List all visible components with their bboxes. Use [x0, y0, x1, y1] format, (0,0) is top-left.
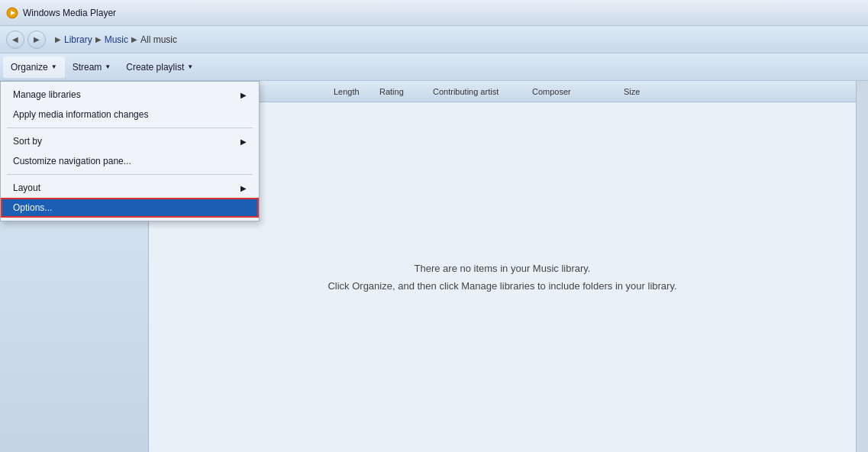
col-header-contributing-artist[interactable]: Contributing artist [427, 87, 526, 96]
col-header-length[interactable]: Length [328, 87, 373, 96]
scrollbar[interactable] [856, 81, 868, 452]
col-header-size[interactable]: Size [618, 87, 671, 96]
stream-label: Stream [73, 62, 102, 73]
toolbar: Organize ▼ Stream ▼ Create playlist ▼ Ma… [0, 53, 868, 81]
customize-nav-label: Customize navigation pane... [13, 156, 131, 166]
app-icon [6, 7, 18, 19]
breadcrumb-library[interactable]: Library [64, 34, 92, 45]
apply-media-label: Apply media information changes [13, 109, 148, 120]
breadcrumb-all-music: All music [140, 34, 177, 45]
breadcrumb-music[interactable]: Music [105, 34, 128, 45]
title-bar: Windows Media Player [0, 0, 868, 26]
layout-arrow: ▶ [240, 184, 247, 192]
menu-item-apply-media[interactable]: Apply media information changes [1, 105, 259, 124]
create-playlist-label: Create playlist [126, 62, 184, 73]
breadcrumb: ▶ Library ▶ Music ▶ All music [52, 34, 177, 45]
col-header-composer[interactable]: Composer [526, 87, 618, 96]
window-title: Windows Media Player [23, 8, 116, 18]
empty-state-line1: There are no items in your Music library… [415, 260, 591, 277]
empty-state-line2: Click Organize, and then click Manage li… [328, 277, 676, 295]
breadcrumb-arrow-2: ▶ [131, 35, 137, 44]
organize-caret: ▼ [51, 63, 57, 70]
sort-by-arrow: ▶ [240, 137, 247, 146]
organize-label: Organize [11, 62, 48, 73]
create-playlist-button[interactable]: Create playlist ▼ [118, 56, 201, 78]
menu-item-customize-nav[interactable]: Customize navigation pane... [1, 151, 259, 171]
menu-item-options[interactable]: Options... [1, 198, 259, 218]
manage-libraries-arrow: ▶ [240, 91, 247, 99]
menu-item-layout[interactable]: Layout ▶ [1, 178, 259, 198]
organize-dropdown-menu: Manage libraries ▶ Apply media informati… [0, 81, 260, 221]
stream-button[interactable]: Stream ▼ [65, 56, 119, 78]
menu-item-sort-by[interactable]: Sort by ▶ [1, 131, 259, 151]
menu-separator-2 [7, 174, 253, 175]
back-button[interactable]: ◀ [6, 31, 24, 49]
sort-by-label: Sort by [13, 136, 42, 147]
col-header-rating[interactable]: Rating [373, 87, 427, 96]
layout-label: Layout [13, 182, 40, 193]
breadcrumb-arrow-1: ▶ [95, 35, 102, 44]
menu-item-manage-libraries[interactable]: Manage libraries ▶ [1, 85, 259, 105]
forward-button[interactable]: ▶ [27, 31, 46, 49]
options-label: Options... [13, 202, 52, 213]
menu-separator-1 [7, 128, 253, 128]
breadcrumb-root-arrow: ▶ [55, 35, 61, 44]
organize-button[interactable]: Organize ▼ [3, 56, 65, 78]
stream-caret: ▼ [105, 63, 111, 70]
manage-libraries-label: Manage libraries [13, 89, 81, 100]
nav-bar: ◀ ▶ ▶ Library ▶ Music ▶ All music [0, 26, 868, 53]
create-playlist-caret: ▼ [187, 63, 193, 70]
